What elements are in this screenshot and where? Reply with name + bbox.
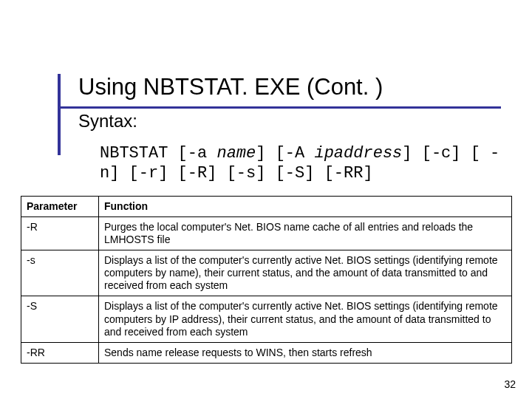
- syntax-seg-2: ] [-A: [256, 144, 314, 163]
- cell-func: Displays a list of the computer's curren…: [99, 250, 512, 296]
- parameter-table: Parameter Function -R Purges the local c…: [21, 196, 512, 364]
- cell-func: Sends name release requests to WINS, the…: [99, 342, 512, 363]
- cell-param: -RR: [21, 342, 99, 363]
- table-row: -S Displays a list of the computer's cur…: [21, 296, 512, 342]
- cell-func: Displays a list of the computer's curren…: [99, 296, 512, 342]
- slide-title: Using NBTSTAT. EXE (Cont. ): [78, 74, 501, 100]
- slide-subtitle: Syntax:: [78, 111, 501, 132]
- table-row: -RR Sends name release requests to WINS,…: [21, 342, 512, 363]
- cell-func: Purges the local computer's Net. BIOS na…: [99, 217, 512, 250]
- title-block: Using NBTSTAT. EXE (Cont. ) Syntax:: [58, 74, 501, 132]
- title-underline: [58, 106, 501, 109]
- syntax-text: NBTSTAT [-a name] [-A ipaddress] [-c] [ …: [100, 144, 506, 184]
- syntax-italic-1: name: [216, 144, 256, 163]
- table-row: -s Displays a list of the computer's cur…: [21, 250, 512, 296]
- slide: Using NBTSTAT. EXE (Cont. ) Syntax: NBTS…: [0, 0, 532, 399]
- title-vertical-bar: [58, 74, 61, 155]
- header-parameter: Parameter: [21, 197, 99, 217]
- page-number: 32: [504, 378, 516, 390]
- table-header-row: Parameter Function: [21, 197, 512, 217]
- header-function: Function: [99, 197, 512, 217]
- cell-param: -s: [21, 250, 99, 296]
- cell-param: -S: [21, 296, 99, 342]
- syntax-italic-2: ipaddress: [314, 144, 402, 163]
- cell-param: -R: [21, 217, 99, 250]
- table-row: -R Purges the local computer's Net. BIOS…: [21, 217, 512, 250]
- syntax-seg-1: NBTSTAT [-a: [100, 144, 216, 163]
